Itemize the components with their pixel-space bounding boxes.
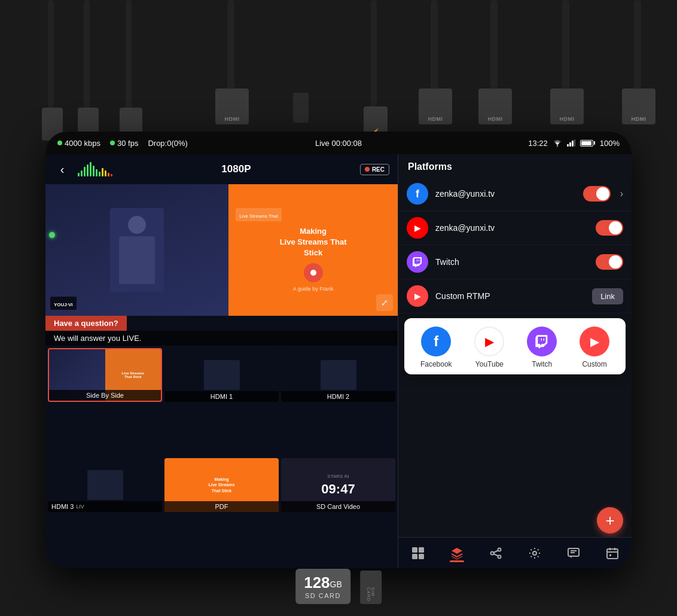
svg-rect-1 (567, 144, 569, 147)
custom-name: Custom RTMP (435, 291, 585, 301)
youtube-toggle[interactable] (596, 220, 623, 236)
back-button[interactable]: ‹ (54, 161, 71, 178)
platform-item-twitch[interactable]: Twitch (398, 245, 632, 279)
expand-button[interactable]: ⤢ (376, 294, 393, 311)
popup-custom[interactable]: ▶ Custom (580, 327, 609, 368)
caption-bar: Have a question? We will answer you LIVE… (45, 316, 398, 346)
sd-card: 128GB SD CARD (295, 569, 350, 604)
schedule-icon (606, 547, 619, 560)
popup-twitch-label: Twitch (532, 360, 552, 368)
grid-icon (411, 547, 425, 560)
svg-marker-9 (452, 548, 462, 554)
nav-schedule[interactable] (600, 544, 625, 562)
scene-label: HDMI 1 (164, 391, 279, 402)
scene-label: HDMI 2 (281, 391, 395, 402)
fab-button[interactable]: + (597, 507, 623, 533)
svg-rect-8 (419, 554, 424, 559)
device: 4000 kbps 30 fps Drop:0(0%) Live 00:00:0… (45, 132, 632, 568)
preview-area: YOUJ·VI Live Streams That MakingLive Str… (45, 184, 398, 316)
facebook-toggle[interactable] (583, 186, 611, 202)
rec-button[interactable]: REC (360, 164, 389, 175)
scene-item-hdmi1[interactable]: HDMI 1 (164, 348, 279, 402)
main-content: ‹ (45, 154, 632, 568)
svg-line-14 (493, 554, 498, 556)
facebook-account: zenka@yunxi.tv (435, 189, 576, 199)
scene-grid: Live StreamsThat Stick Side By Side HDMI… (45, 346, 398, 568)
bitrate-dot (57, 141, 62, 145)
sdcard-time: 09:47 (321, 481, 355, 497)
battery-percent: 100% (600, 139, 620, 148)
share-icon (489, 547, 502, 560)
scene-item-hdmi2[interactable]: HDMI 2 (281, 348, 395, 402)
battery-icon (580, 140, 595, 147)
popup-youtube-label: YouTube (475, 360, 504, 368)
clock: 13:22 (528, 139, 548, 148)
custom-icon: ▶ (407, 285, 428, 307)
scene-label: SD Card Video (281, 501, 395, 512)
scene-label-hdmi3: HDMI 3 LIV (48, 501, 162, 512)
scene-item-sidebyside[interactable]: Live StreamsThat Stick Side By Side (48, 348, 162, 402)
live-time: Live 00:00:08 (315, 139, 362, 148)
left-top-bar: ‹ (45, 154, 398, 184)
link-button[interactable]: Link (592, 288, 623, 304)
youtube-icon: ▶ (407, 217, 428, 239)
svg-point-15 (533, 551, 536, 555)
sim-card: SIMCARD (360, 571, 382, 604)
scene-label: PDF (164, 501, 279, 512)
platforms-header: Platforms (398, 154, 632, 177)
popup-facebook-label: Facebook (420, 360, 452, 368)
facebook-chevron: › (620, 188, 623, 199)
svg-rect-3 (572, 141, 574, 147)
scene-item-sdcard[interactable]: STARS IN 09:47 SD Card Video (281, 458, 395, 512)
twitch-icon (407, 251, 428, 273)
sd-capacity: 128 (304, 574, 330, 591)
popup-facebook-icon: f (421, 327, 451, 356)
youtube-account: zenka@yunxi.tv (435, 223, 588, 233)
audio-levels (78, 162, 112, 176)
svg-rect-7 (412, 554, 417, 559)
twitch-toggle[interactable] (596, 254, 623, 270)
chat-icon (567, 547, 580, 560)
platform-item-facebook[interactable]: f zenka@yunxi.tv › (398, 177, 632, 211)
nav-settings[interactable] (522, 544, 547, 562)
left-panel: ‹ (45, 154, 398, 568)
popup-youtube[interactable]: ▶ YouTube (474, 327, 504, 368)
svg-point-0 (557, 145, 558, 147)
bitrate-value: 4000 kbps (65, 139, 100, 148)
svg-point-12 (498, 555, 501, 558)
fps-value: 30 fps (117, 139, 138, 148)
wifi-icon (553, 139, 562, 147)
svg-rect-5 (412, 547, 417, 553)
nav-layers[interactable] (444, 544, 469, 562)
svg-rect-2 (569, 142, 571, 147)
status-bar: 4000 kbps 30 fps Drop:0(0%) Live 00:00:0… (45, 132, 632, 154)
drop-value: Drop:0(0%) (148, 139, 187, 148)
caption-text: We will answer you LIVE. (45, 331, 398, 346)
bottom-nav (398, 537, 632, 568)
svg-rect-6 (419, 547, 424, 553)
facebook-icon: f (407, 183, 428, 205)
platforms-popup: f Facebook ▶ YouTube (404, 318, 626, 374)
preview-slide: Live Streams That MakingLive Streams Tha… (228, 184, 398, 316)
platform-item-youtube[interactable]: ▶ zenka@yunxi.tv (398, 211, 632, 245)
popup-youtube-icon: ▶ (474, 327, 504, 356)
nav-grid[interactable] (405, 544, 431, 562)
platform-item-custom[interactable]: ▶ Custom RTMP Link (398, 279, 632, 313)
popup-twitch-icon (527, 327, 557, 356)
sd-card-area: 128GB SD CARD SIMCARD (295, 569, 382, 604)
popup-facebook[interactable]: f Facebook (420, 327, 452, 368)
sim-label: SIMCARD (367, 587, 375, 602)
popup-custom-label: Custom (582, 360, 606, 368)
popup-twitch[interactable]: Twitch (527, 327, 557, 368)
stars-label: STARS IN (327, 474, 349, 479)
preview-presenter: YOUJ·VI (45, 184, 228, 316)
svg-point-11 (490, 551, 493, 554)
left-indicator-dot (49, 232, 55, 238)
nav-chat[interactable] (561, 544, 586, 562)
svg-rect-17 (607, 549, 618, 559)
scene-item-pdf[interactable]: MakingLive StreamsThat Stick PDF (164, 458, 279, 512)
scene-item-hdmi3[interactable]: HDMI 3 LIV (48, 458, 162, 512)
scene-label: Side By Side (49, 390, 161, 401)
caption-title: Have a question? (45, 316, 127, 331)
nav-share[interactable] (483, 544, 508, 562)
